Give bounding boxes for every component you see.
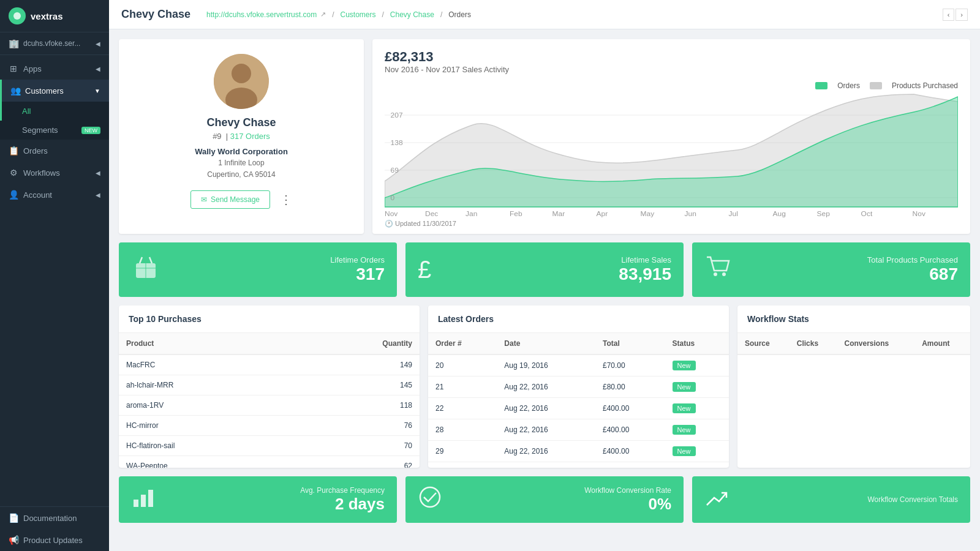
- latest-orders-header-row: Order # Date Total Status: [428, 333, 729, 354]
- bottom-stats-row: Avg. Purchase Frequency 2 days Workflow …: [119, 476, 970, 523]
- table-row: aroma-1RV 118: [119, 395, 420, 416]
- qty-cell: 70: [295, 436, 420, 456]
- sidebar-item-workflows[interactable]: ⚙ Workflows ◀: [0, 162, 109, 184]
- col-status: Status: [665, 333, 729, 354]
- total-products-label: Total Products Purchased: [867, 255, 958, 264]
- svg-rect-31: [141, 495, 146, 507]
- stat-total-products-info: Total Products Purchased 687: [867, 255, 958, 284]
- date-cell: Aug 22, 2016: [497, 398, 595, 419]
- sidebar-item-product-updates[interactable]: 📢 Product Updates: [0, 529, 109, 551]
- svg-text:138: 138: [391, 140, 403, 146]
- legend-products-dot: [870, 82, 882, 89]
- sidebar-item-orders[interactable]: 📋 Orders: [0, 140, 109, 162]
- svg-text:0: 0: [391, 195, 395, 201]
- workflow-totals-label: Workflow Conversion Totals: [867, 495, 958, 504]
- product-cell: HC-flatiron-sail: [119, 436, 295, 456]
- bar-chart-icon: [131, 485, 156, 514]
- svg-text:Apr: Apr: [597, 211, 608, 217]
- svg-text:Jun: Jun: [685, 211, 696, 217]
- sidebar-label-workflows: Workflows: [23, 168, 60, 178]
- sidebar: vextras 🏢 dcuhs.vfoke.ser... ◀ ⊞ Apps ◀ …: [0, 0, 109, 551]
- table-row: 22 Aug 22, 2016 £400.00 New: [428, 398, 729, 419]
- sidebar-item-apps[interactable]: ⊞ Apps ◀: [0, 58, 109, 80]
- total-products-value: 687: [867, 264, 958, 284]
- product-cell: MacFRC: [119, 354, 295, 375]
- workflow-stats-header: Workflow Stats: [737, 305, 970, 333]
- table-row: 28 Aug 22, 2016 £400.00 New: [428, 419, 729, 441]
- table-row: HC-flatiron-sail 70: [119, 436, 420, 456]
- orders-link[interactable]: 317 Orders: [230, 132, 270, 141]
- docs-icon: 📄: [9, 513, 18, 523]
- profile-address: 1 Infinite Loop Cupertino, CA 95014: [207, 157, 275, 181]
- sub-all-label: All: [22, 107, 31, 116]
- svg-text:69: 69: [391, 167, 399, 174]
- sidebar-bottom: 📄 Documentation 📢 Product Updates: [0, 506, 109, 551]
- external-link-icon: ↗: [320, 10, 326, 18]
- sidebar-item-customers[interactable]: 👥 Customers ▼: [0, 80, 109, 102]
- cart-icon: [704, 253, 731, 286]
- stat-lifetime-orders: Lifetime Orders 317: [119, 242, 397, 297]
- workflow-rate-info: Workflow Conversion Rate 0%: [584, 486, 671, 514]
- logo-area: vextras: [0, 0, 109, 32]
- top-purchases-scroll[interactable]: Product Quantity MacFRC 149ah-lchair-MRR…: [119, 333, 420, 468]
- latest-orders-header: Latest Orders: [428, 305, 729, 333]
- top-purchases-header: Top 10 Purchases: [119, 305, 420, 333]
- topbar-domain[interactable]: http://dcuhs.vfoke.servertrust.com: [206, 10, 317, 19]
- lifetime-orders-label: Lifetime Orders: [330, 255, 385, 264]
- bottom-stat-avg-purchase: Avg. Purchase Frequency 2 days: [119, 476, 397, 523]
- status-cell: New: [665, 419, 729, 441]
- address-line1: 1 Infinite Loop: [218, 159, 264, 167]
- status-badge: New: [673, 403, 696, 413]
- sidebar-sub-segments[interactable]: Segments NEW: [0, 121, 109, 140]
- status-badge: New: [673, 382, 696, 392]
- product-cell: HC-mirror: [119, 416, 295, 436]
- top-purchases-card: Top 10 Purchases Product Quantity MacFRC…: [119, 305, 420, 468]
- qty-cell: 149: [295, 354, 420, 375]
- logo-icon: [9, 7, 26, 24]
- total-cell: £80.00: [595, 377, 665, 398]
- profile-name: Chevy Chase: [206, 116, 276, 129]
- sidebar-item-account[interactable]: 🏢 dcuhs.vfoke.ser... ◀: [0, 32, 109, 55]
- apps-icon: ⊞: [9, 64, 18, 73]
- customers-chevron-icon: ▼: [94, 88, 100, 94]
- col-amount: Amount: [914, 333, 970, 354]
- more-options-button[interactable]: ⋮: [280, 192, 292, 207]
- send-message-button[interactable]: ✉ Send Message: [190, 190, 270, 209]
- updates-icon: 📢: [9, 535, 18, 545]
- chart-subtitle: Nov 2016 - Nov 2017 Sales Activity: [385, 65, 958, 74]
- breadcrumb-chevy[interactable]: Chevy Chase: [390, 10, 434, 19]
- stat-lifetime-sales: £ Lifetime Sales 83,915: [405, 242, 684, 297]
- status-cell: New: [665, 354, 729, 377]
- breadcrumb-sep3: /: [440, 10, 442, 19]
- latest-orders-scroll[interactable]: Order # Date Total Status 20 Aug 19, 201…: [428, 333, 729, 468]
- chart-legend: Orders Products Purchased: [385, 81, 958, 90]
- content-area: Chevy Chase #9 | 317 Orders Wally World …: [109, 29, 980, 551]
- customers-submenu: All Segments NEW: [0, 102, 109, 140]
- segments-badge: NEW: [81, 127, 100, 134]
- sidebar-item-documentation[interactable]: 📄 Documentation: [0, 507, 109, 529]
- col-clicks: Clicks: [790, 333, 837, 354]
- sidebar-nav: ⊞ Apps ◀ 👥 Customers ▼ All Segments NEW …: [0, 55, 109, 208]
- table-row: 21 Aug 22, 2016 £80.00 New: [428, 377, 729, 398]
- topbar-nav-buttons: ‹ ›: [943, 9, 968, 21]
- sidebar-label-updates: Product Updates: [23, 536, 83, 545]
- account-chevron2-icon: ◀: [96, 192, 100, 198]
- latest-orders-table: Order # Date Total Status 20 Aug 19, 201…: [428, 333, 729, 468]
- apps-chevron-icon: ◀: [96, 66, 100, 72]
- breadcrumb-customers[interactable]: Customers: [340, 10, 375, 19]
- sidebar-item-account-nav[interactable]: 👤 Account ◀: [0, 184, 109, 206]
- top-purchases-body: MacFRC 149ah-lchair-MRR 145aroma-1RV 118…: [119, 354, 420, 468]
- chart-card: £82,313 Nov 2016 - Nov 2017 Sales Activi…: [372, 39, 970, 234]
- main-content: Chevy Chase http://dcuhs.vfoke.servertru…: [109, 0, 980, 551]
- total-cell: £45.00: [595, 462, 665, 468]
- col-source: Source: [737, 333, 790, 354]
- breadcrumb-sep1: /: [332, 10, 334, 19]
- workflow-totals-info: Workflow Conversion Totals: [867, 495, 958, 504]
- topbar-prev-button[interactable]: ‹: [943, 9, 955, 21]
- topbar-next-button[interactable]: ›: [956, 9, 968, 21]
- lifetime-sales-label: Lifetime Sales: [619, 255, 671, 264]
- sidebar-sub-all[interactable]: All: [0, 102, 109, 121]
- svg-text:May: May: [641, 211, 655, 217]
- svg-text:Nov: Nov: [385, 211, 398, 217]
- lifetime-orders-value: 317: [330, 264, 385, 284]
